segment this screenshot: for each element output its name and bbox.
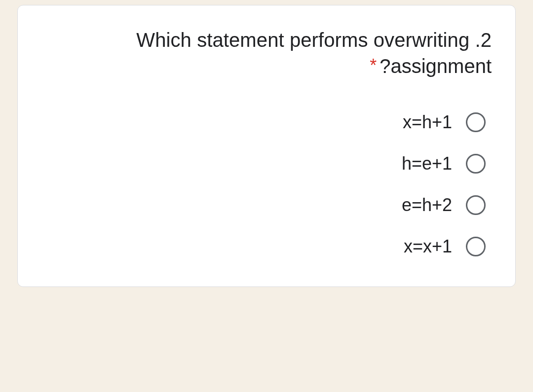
question-line-2: *?assignment <box>41 55 492 77</box>
option-label: x=h+1 <box>403 112 452 133</box>
question-line-2-text: ?assignment <box>380 55 492 77</box>
option-4[interactable]: x=x+1 <box>404 236 486 257</box>
option-label: x=x+1 <box>404 236 452 257</box>
option-label: e=h+2 <box>402 195 452 215</box>
radio-icon[interactable] <box>466 154 486 174</box>
question-text: Which statement performs overwriting .2 … <box>41 29 492 77</box>
option-1[interactable]: x=h+1 <box>403 112 486 133</box>
options-group: x=h+1 h=e+1 e=h+2 x=x+1 <box>41 112 492 257</box>
question-card: Which statement performs overwriting .2 … <box>17 5 516 287</box>
radio-icon[interactable] <box>466 195 486 215</box>
option-3[interactable]: e=h+2 <box>402 195 486 215</box>
option-2[interactable]: h=e+1 <box>402 153 486 174</box>
radio-icon[interactable] <box>466 112 486 132</box>
question-line-1: Which statement performs overwriting .2 <box>41 29 492 51</box>
radio-icon[interactable] <box>466 237 486 256</box>
option-label: h=e+1 <box>402 153 452 174</box>
required-star-icon: * <box>370 55 377 75</box>
